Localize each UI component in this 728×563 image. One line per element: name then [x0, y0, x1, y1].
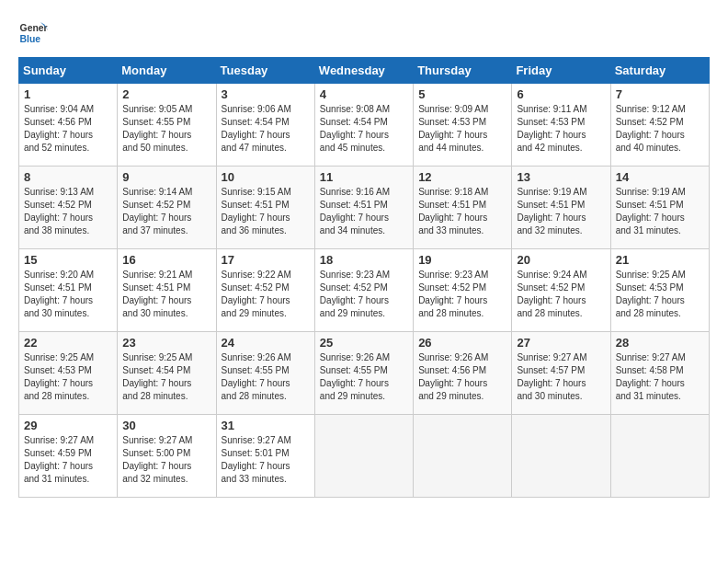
day-header: Thursday — [414, 58, 512, 84]
cell-info: Sunrise: 9:27 AMSunset: 4:58 PMDaylight:… — [616, 352, 686, 401]
cell-info: Sunrise: 9:16 AMSunset: 4:51 PMDaylight:… — [320, 187, 390, 236]
calendar-cell: 29Sunrise: 9:27 AMSunset: 4:59 PMDayligh… — [19, 415, 118, 498]
calendar-header-row: SundayMondayTuesdayWednesdayThursdayFrid… — [19, 58, 710, 84]
calendar-cell: 21Sunrise: 9:25 AMSunset: 4:53 PMDayligh… — [610, 249, 709, 332]
cell-info: Sunrise: 9:25 AMSunset: 4:53 PMDaylight:… — [616, 270, 686, 318]
day-number: 6 — [517, 87, 605, 101]
day-number: 26 — [418, 336, 506, 350]
cell-info: Sunrise: 9:26 AMSunset: 4:55 PMDaylight:… — [222, 352, 291, 401]
calendar-cell: 18Sunrise: 9:23 AMSunset: 4:52 PMDayligh… — [314, 249, 413, 332]
day-header: Wednesday — [314, 58, 413, 84]
day-number: 10 — [222, 170, 310, 184]
calendar-cell: 30Sunrise: 9:27 AMSunset: 5:00 PMDayligh… — [118, 415, 216, 498]
cell-info: Sunrise: 9:11 AMSunset: 4:53 PMDaylight:… — [517, 104, 586, 153]
cell-info: Sunrise: 9:22 AMSunset: 4:52 PMDaylight:… — [222, 270, 291, 318]
cell-info: Sunrise: 9:06 AMSunset: 4:54 PMDaylight:… — [222, 104, 291, 153]
day-number: 25 — [320, 336, 408, 350]
calendar-table: SundayMondayTuesdayWednesdayThursdayFrid… — [18, 57, 710, 498]
calendar-cell — [414, 415, 512, 498]
cell-info: Sunrise: 9:15 AMSunset: 4:51 PMDaylight:… — [222, 187, 291, 236]
day-number: 28 — [616, 336, 704, 350]
day-number: 31 — [222, 419, 310, 432]
day-number: 30 — [122, 419, 210, 432]
calendar-cell: 28Sunrise: 9:27 AMSunset: 4:58 PMDayligh… — [610, 332, 709, 415]
calendar-week-row: 29Sunrise: 9:27 AMSunset: 4:59 PMDayligh… — [19, 415, 710, 498]
calendar-cell: 7Sunrise: 9:12 AMSunset: 4:52 PMDaylight… — [610, 84, 709, 167]
cell-info: Sunrise: 9:21 AMSunset: 4:51 PMDaylight:… — [122, 270, 192, 318]
calendar-cell: 23Sunrise: 9:25 AMSunset: 4:54 PMDayligh… — [118, 332, 216, 415]
calendar-cell: 14Sunrise: 9:19 AMSunset: 4:51 PMDayligh… — [610, 167, 709, 249]
day-number: 24 — [222, 336, 310, 350]
calendar-cell: 26Sunrise: 9:26 AMSunset: 4:56 PMDayligh… — [414, 332, 512, 415]
day-number: 19 — [418, 253, 506, 267]
day-number: 27 — [517, 336, 605, 350]
day-number: 17 — [222, 253, 310, 267]
cell-info: Sunrise: 9:13 AMSunset: 4:52 PMDaylight:… — [24, 187, 94, 236]
calendar-cell: 11Sunrise: 9:16 AMSunset: 4:51 PMDayligh… — [314, 167, 413, 249]
day-number: 18 — [320, 253, 408, 267]
day-number: 29 — [24, 419, 112, 432]
calendar-cell: 17Sunrise: 9:22 AMSunset: 4:52 PMDayligh… — [216, 249, 314, 332]
calendar-cell — [314, 415, 413, 498]
calendar-cell: 9Sunrise: 9:14 AMSunset: 4:52 PMDaylight… — [118, 167, 216, 249]
day-number: 13 — [517, 170, 605, 184]
day-number: 8 — [24, 170, 112, 184]
calendar-week-row: 22Sunrise: 9:25 AMSunset: 4:53 PMDayligh… — [19, 332, 710, 415]
day-number: 11 — [320, 170, 408, 184]
day-number: 23 — [122, 336, 210, 350]
cell-info: Sunrise: 9:04 AMSunset: 4:56 PMDaylight:… — [24, 104, 94, 153]
cell-info: Sunrise: 9:19 AMSunset: 4:51 PMDaylight:… — [517, 187, 586, 236]
calendar-cell: 12Sunrise: 9:18 AMSunset: 4:51 PMDayligh… — [414, 167, 512, 249]
calendar-week-row: 1Sunrise: 9:04 AMSunset: 4:56 PMDaylight… — [19, 84, 710, 167]
day-number: 16 — [122, 253, 210, 267]
calendar-cell: 1Sunrise: 9:04 AMSunset: 4:56 PMDaylight… — [19, 84, 118, 167]
calendar-cell: 3Sunrise: 9:06 AMSunset: 4:54 PMDaylight… — [216, 84, 314, 167]
cell-info: Sunrise: 9:05 AMSunset: 4:55 PMDaylight:… — [122, 104, 192, 153]
calendar-cell: 19Sunrise: 9:23 AMSunset: 4:52 PMDayligh… — [414, 249, 512, 332]
day-number: 20 — [517, 253, 605, 267]
cell-info: Sunrise: 9:24 AMSunset: 4:52 PMDaylight:… — [517, 270, 586, 318]
day-number: 7 — [616, 87, 704, 101]
cell-info: Sunrise: 9:23 AMSunset: 4:52 PMDaylight:… — [320, 270, 390, 318]
cell-info: Sunrise: 9:26 AMSunset: 4:55 PMDaylight:… — [320, 352, 390, 401]
cell-info: Sunrise: 9:14 AMSunset: 4:52 PMDaylight:… — [122, 187, 192, 236]
cell-info: Sunrise: 9:08 AMSunset: 4:54 PMDaylight:… — [320, 104, 390, 153]
day-number: 3 — [222, 87, 310, 101]
calendar-cell: 20Sunrise: 9:24 AMSunset: 4:52 PMDayligh… — [512, 249, 610, 332]
day-header: Sunday — [19, 58, 118, 84]
calendar-cell: 15Sunrise: 9:20 AMSunset: 4:51 PMDayligh… — [19, 249, 118, 332]
cell-info: Sunrise: 9:19 AMSunset: 4:51 PMDaylight:… — [616, 187, 686, 236]
cell-info: Sunrise: 9:25 AMSunset: 4:53 PMDaylight:… — [24, 352, 94, 401]
day-header: Saturday — [610, 58, 709, 84]
cell-info: Sunrise: 9:27 AMSunset: 5:00 PMDaylight:… — [122, 435, 192, 484]
logo: General Blue — [18, 18, 48, 48]
cell-info: Sunrise: 9:27 AMSunset: 5:01 PMDaylight:… — [222, 435, 291, 484]
cell-info: Sunrise: 9:23 AMSunset: 4:52 PMDaylight:… — [418, 270, 488, 318]
cell-info: Sunrise: 9:26 AMSunset: 4:56 PMDaylight:… — [418, 352, 488, 401]
calendar-cell: 31Sunrise: 9:27 AMSunset: 5:01 PMDayligh… — [216, 415, 314, 498]
calendar-week-row: 15Sunrise: 9:20 AMSunset: 4:51 PMDayligh… — [19, 249, 710, 332]
svg-text:Blue: Blue — [20, 34, 41, 44]
cell-info: Sunrise: 9:09 AMSunset: 4:53 PMDaylight:… — [418, 104, 488, 153]
calendar-cell — [512, 415, 610, 498]
day-number: 21 — [616, 253, 704, 267]
day-number: 12 — [418, 170, 506, 184]
day-header: Tuesday — [216, 58, 314, 84]
logo-icon: General Blue — [18, 18, 48, 48]
day-number: 9 — [122, 170, 210, 184]
day-number: 4 — [320, 87, 408, 101]
page-header: General Blue — [18, 18, 710, 48]
cell-info: Sunrise: 9:20 AMSunset: 4:51 PMDaylight:… — [24, 270, 94, 318]
day-number: 2 — [122, 87, 210, 101]
cell-info: Sunrise: 9:12 AMSunset: 4:52 PMDaylight:… — [616, 104, 686, 153]
day-number: 1 — [24, 87, 112, 101]
day-header: Friday — [512, 58, 610, 84]
cell-info: Sunrise: 9:25 AMSunset: 4:54 PMDaylight:… — [122, 352, 192, 401]
cell-info: Sunrise: 9:27 AMSunset: 4:59 PMDaylight:… — [24, 435, 94, 484]
calendar-cell: 2Sunrise: 9:05 AMSunset: 4:55 PMDaylight… — [118, 84, 216, 167]
day-number: 14 — [616, 170, 704, 184]
calendar-cell: 10Sunrise: 9:15 AMSunset: 4:51 PMDayligh… — [216, 167, 314, 249]
day-header: Monday — [118, 58, 216, 84]
day-number: 22 — [24, 336, 112, 350]
calendar-cell: 22Sunrise: 9:25 AMSunset: 4:53 PMDayligh… — [19, 332, 118, 415]
